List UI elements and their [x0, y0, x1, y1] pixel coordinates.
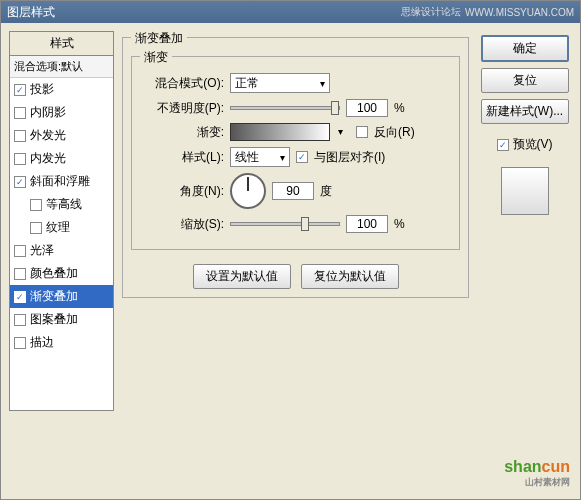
blending-options-row[interactable]: 混合选项:默认 — [10, 56, 113, 78]
style-item-10[interactable]: 图案叠加 — [10, 308, 113, 331]
style-item-label: 渐变叠加 — [30, 288, 78, 305]
style-checkbox[interactable] — [30, 199, 42, 211]
new-style-button[interactable]: 新建样式(W)... — [481, 99, 569, 124]
dialog-content: 样式 混合选项:默认 投影内阴影外发光内发光斜面和浮雕等高线纹理光泽颜色叠加渐变… — [1, 23, 580, 419]
gradient-subgroup: 渐变 混合模式(O): 正常 不透明度(P): % 渐变 — [131, 56, 460, 250]
style-checkbox[interactable] — [14, 84, 26, 96]
blend-mode-label: 混合模式(O): — [144, 75, 224, 92]
titlebar-brand: 思缘设计论坛 WWW.MISSYUAN.COM — [401, 5, 574, 19]
style-item-3[interactable]: 内发光 — [10, 147, 113, 170]
align-checkbox[interactable] — [296, 151, 308, 163]
style-item-label: 光泽 — [30, 242, 54, 259]
preview-label: 预览(V) — [513, 136, 553, 153]
style-checkbox[interactable] — [14, 153, 26, 165]
style-select[interactable]: 线性 — [230, 147, 290, 167]
style-item-4[interactable]: 斜面和浮雕 — [10, 170, 113, 193]
scale-input[interactable] — [346, 215, 388, 233]
style-item-9[interactable]: 渐变叠加 — [10, 285, 113, 308]
angle-input[interactable] — [272, 182, 314, 200]
style-item-5[interactable]: 等高线 — [10, 193, 113, 216]
align-label: 与图层对齐(I) — [314, 149, 385, 166]
style-item-label: 投影 — [30, 81, 54, 98]
blend-mode-select[interactable]: 正常 — [230, 73, 330, 93]
window-title: 图层样式 — [7, 4, 55, 21]
style-item-11[interactable]: 描边 — [10, 331, 113, 354]
watermark: shancun 山村素材网 — [504, 458, 570, 489]
style-item-label: 内发光 — [30, 150, 66, 167]
action-panel: 确定 复位 新建样式(W)... 预览(V) — [477, 31, 572, 411]
reverse-checkbox[interactable] — [356, 126, 368, 138]
style-checkbox[interactable] — [14, 176, 26, 188]
style-item-label: 纹理 — [46, 219, 70, 236]
style-item-label: 描边 — [30, 334, 54, 351]
style-item-label: 等高线 — [46, 196, 82, 213]
titlebar: 图层样式 思缘设计论坛 WWW.MISSYUAN.COM — [1, 1, 580, 23]
gradient-overlay-group: 渐变叠加 渐变 混合模式(O): 正常 不透明度(P): % — [122, 37, 469, 298]
style-checkbox[interactable] — [30, 222, 42, 234]
preview-swatch — [501, 167, 549, 215]
style-checkbox[interactable] — [14, 245, 26, 257]
style-checkbox[interactable] — [14, 130, 26, 142]
style-checkbox[interactable] — [14, 268, 26, 280]
styles-listbox: 样式 混合选项:默认 投影内阴影外发光内发光斜面和浮雕等高线纹理光泽颜色叠加渐变… — [9, 31, 114, 411]
group-title: 渐变叠加 — [131, 30, 187, 47]
gradient-label: 渐变: — [144, 124, 224, 141]
angle-dial[interactable] — [230, 173, 266, 209]
settings-panel: 渐变叠加 渐变 混合模式(O): 正常 不透明度(P): % — [122, 31, 469, 411]
style-item-label: 斜面和浮雕 — [30, 173, 90, 190]
styles-header[interactable]: 样式 — [10, 32, 113, 56]
style-checkbox[interactable] — [14, 107, 26, 119]
angle-unit: 度 — [320, 183, 332, 200]
style-item-2[interactable]: 外发光 — [10, 124, 113, 147]
opacity-label: 不透明度(P): — [144, 100, 224, 117]
style-checkbox[interactable] — [14, 291, 26, 303]
cancel-button[interactable]: 复位 — [481, 68, 569, 93]
style-item-8[interactable]: 颜色叠加 — [10, 262, 113, 285]
style-item-label: 外发光 — [30, 127, 66, 144]
style-item-label: 颜色叠加 — [30, 265, 78, 282]
styles-panel: 样式 混合选项:默认 投影内阴影外发光内发光斜面和浮雕等高线纹理光泽颜色叠加渐变… — [9, 31, 114, 411]
layer-style-dialog: 图层样式 思缘设计论坛 WWW.MISSYUAN.COM 样式 混合选项:默认 … — [0, 0, 581, 500]
style-checkbox[interactable] — [14, 337, 26, 349]
make-default-button[interactable]: 设置为默认值 — [193, 264, 291, 289]
style-item-label: 内阴影 — [30, 104, 66, 121]
gradient-picker[interactable] — [230, 123, 330, 141]
opacity-slider[interactable] — [230, 106, 340, 110]
reverse-label: 反向(R) — [374, 124, 415, 141]
style-item-7[interactable]: 光泽 — [10, 239, 113, 262]
preview-checkbox[interactable] — [497, 139, 509, 151]
style-checkbox[interactable] — [14, 314, 26, 326]
style-item-1[interactable]: 内阴影 — [10, 101, 113, 124]
style-item-6[interactable]: 纹理 — [10, 216, 113, 239]
style-item-0[interactable]: 投影 — [10, 78, 113, 101]
style-item-label: 图案叠加 — [30, 311, 78, 328]
scale-slider[interactable] — [230, 222, 340, 226]
subgroup-title: 渐变 — [140, 49, 172, 66]
scale-unit: % — [394, 217, 405, 231]
reset-default-button[interactable]: 复位为默认值 — [301, 264, 399, 289]
scale-label: 缩放(S): — [144, 216, 224, 233]
opacity-input[interactable] — [346, 99, 388, 117]
opacity-unit: % — [394, 101, 405, 115]
style-label: 样式(L): — [144, 149, 224, 166]
ok-button[interactable]: 确定 — [481, 35, 569, 62]
angle-label: 角度(N): — [144, 183, 224, 200]
